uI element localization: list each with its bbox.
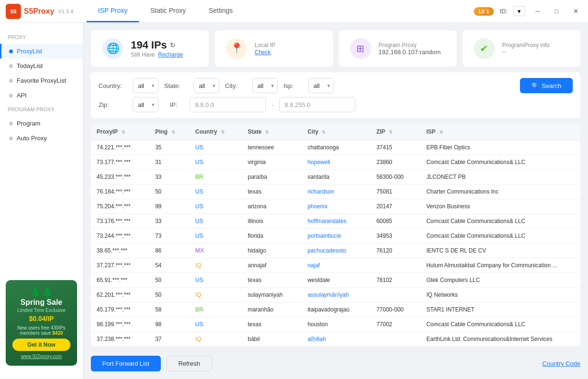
- table-row[interactable]: 73.176.***.*** 33 US illinois hoffmanest…: [91, 214, 580, 229]
- cell-proxyip: 98.199.***.***: [91, 317, 149, 332]
- table-row[interactable]: 74.221.***.*** 35 US tennessee chattanoo…: [91, 140, 580, 155]
- sidebar-dot-api: [9, 94, 13, 97]
- ip-icon: 🌐: [102, 38, 123, 59]
- programproxy-info-value: --: [502, 49, 569, 55]
- th-city[interactable]: City ⇅: [302, 124, 371, 140]
- zip-select[interactable]: all: [133, 97, 158, 112]
- cell-state: bābil: [242, 332, 302, 347]
- cell-isp: Hulum Almustakbal Company for Communicat…: [421, 258, 580, 273]
- cell-ping: 86: [149, 243, 189, 258]
- cell-city: westdale: [302, 273, 371, 288]
- table-row[interactable]: 75.204.***.*** 99 US arizona phoenix 201…: [91, 199, 580, 214]
- cell-country: BR: [190, 302, 242, 317]
- sidebar-item-proxylist[interactable]: ProxyList: [0, 44, 83, 58]
- sidebar: Proxy ProxyList TodayList Favorite Proxy…: [0, 23, 83, 379]
- tab-static-proxy[interactable]: Static Proxy: [139, 0, 197, 22]
- cell-state: hidalgo: [242, 243, 302, 258]
- country-code-link[interactable]: Country Code: [542, 360, 580, 367]
- cell-zip: 78102: [371, 273, 421, 288]
- table-row[interactable]: 76.184.***.*** 50 US texas richardson 75…: [91, 185, 580, 199]
- ip-to-input[interactable]: [279, 97, 355, 112]
- recharge-link[interactable]: Recharge: [158, 51, 183, 58]
- cell-country: BR: [190, 170, 242, 185]
- table-row[interactable]: 37.237.***.*** 54 IQ annajaf najaf Hulum…: [91, 258, 580, 273]
- th-state[interactable]: State ⇅: [242, 124, 302, 140]
- cell-state: texas: [242, 273, 302, 288]
- table-header-row: ProxyIP ⇅ Ping ⇅ Country ⇅ State ⇅ City …: [91, 124, 580, 140]
- th-proxyip[interactable]: ProxyIP ⇅: [91, 124, 149, 140]
- maximize-button[interactable]: □: [550, 5, 563, 18]
- cell-zip: 77002: [371, 317, 421, 332]
- still-have-label: Still Have Recharge: [131, 51, 197, 58]
- cell-city: richardson: [302, 185, 371, 199]
- tab-isp-proxy[interactable]: ISP Proxy: [87, 0, 139, 22]
- city-label: City:: [225, 82, 246, 89]
- table-row[interactable]: 73.177.***.*** 31 US virginia hopewell 2…: [91, 155, 580, 170]
- level-badge: LV 1: [474, 7, 494, 16]
- table-row[interactable]: 65.91.***.*** 50 US texas westdale 78102…: [91, 273, 580, 288]
- sort-isp: ⇅: [439, 129, 443, 135]
- sidebar-item-todaylist[interactable]: TodayList: [0, 58, 83, 73]
- city-select[interactable]: all: [252, 78, 278, 93]
- isp-select[interactable]: all: [308, 78, 334, 93]
- id-label: ID:: [500, 8, 508, 15]
- th-country[interactable]: Country ⇅: [190, 124, 242, 140]
- close-button[interactable]: ✕: [569, 5, 582, 18]
- sidebar-item-api[interactable]: API: [0, 88, 83, 103]
- ip-stat-info: 194 IPs ↻ Still Have Recharge: [131, 39, 197, 58]
- filters-panel: Country: all State: all City: all: [91, 72, 580, 118]
- table-row[interactable]: 73.244.***.*** 73 US florida portsaintlu…: [91, 229, 580, 243]
- program-proxy-value: 192.168.0.107:random: [379, 49, 445, 56]
- country-select-wrap: all: [133, 78, 158, 93]
- table-row[interactable]: 37.238.***.*** 37 IQ bābil alḥillah Eart…: [91, 332, 580, 347]
- isp-select-wrap: all: [308, 78, 334, 93]
- th-ping[interactable]: Ping ⇅: [149, 124, 189, 140]
- check-link[interactable]: Check: [255, 49, 271, 56]
- sidebar-item-program[interactable]: Program: [0, 116, 83, 131]
- cell-proxyip: 65.91.***.***: [91, 273, 149, 288]
- table-row[interactable]: 38.65.***.*** 86 MX hidalgo pachucadesot…: [91, 243, 580, 258]
- table-row[interactable]: 98.199.***.*** 98 US texas houston 77002…: [91, 317, 580, 332]
- country-select[interactable]: all: [133, 78, 158, 93]
- cell-country: IQ: [190, 288, 242, 302]
- sort-ping: ⇅: [171, 129, 175, 135]
- id-dropdown[interactable]: ▾: [513, 6, 525, 16]
- cell-zip: [371, 332, 421, 347]
- table-container: ProxyIP ⇅ Ping ⇅ Country ⇅ State ⇅ City …: [91, 124, 580, 346]
- cell-city: najaf: [302, 258, 371, 273]
- ip-dash: -: [272, 101, 274, 108]
- cell-city: santarita: [302, 170, 371, 185]
- tab-settings[interactable]: Settings: [197, 0, 245, 22]
- refresh-button[interactable]: Refresh: [167, 356, 212, 371]
- cell-zip: 37415: [371, 140, 421, 155]
- sidebar-item-favoriteproxylist[interactable]: Favorite ProxyList: [0, 73, 83, 88]
- table-row[interactable]: 62.201.***.*** 50 IQ sulaymaniyah assula…: [91, 288, 580, 302]
- table-row[interactable]: 45.179.***.*** 58 BR maranhão itaipavado…: [91, 302, 580, 317]
- bottom-left: Port Forward List Refresh: [91, 356, 212, 371]
- spring-sale-link[interactable]: www.922proxy.com: [12, 354, 70, 359]
- minimize-button[interactable]: ─: [531, 5, 544, 18]
- program-proxy-label: Program Proxy: [379, 42, 445, 49]
- search-button[interactable]: 🔍 Search: [520, 78, 573, 93]
- cell-proxyip: 37.238.***.***: [91, 332, 149, 347]
- sidebar-item-autoproxy[interactable]: Auto Proxy: [0, 131, 83, 146]
- table-scroll[interactable]: ProxyIP ⇅ Ping ⇅ Country ⇅ State ⇅ City …: [91, 124, 580, 346]
- spring-sale-savings: $420: [52, 330, 63, 336]
- logo-text: S5Proxy: [24, 7, 54, 16]
- programproxy-info: ProgramProxy info --: [502, 42, 569, 55]
- ip-refresh-icon[interactable]: ↻: [170, 41, 176, 49]
- state-select[interactable]: all: [194, 78, 219, 93]
- ip-from-input[interactable]: [190, 97, 266, 112]
- th-isp[interactable]: ISP ⇅: [421, 124, 580, 140]
- filter-row-1: Country: all State: all City: all: [98, 78, 573, 93]
- cell-zip: 76120: [371, 243, 421, 258]
- cell-city: portsaintlucie: [302, 229, 371, 243]
- th-zip[interactable]: ZIP ⇅: [371, 124, 421, 140]
- spring-sale-desc-line1: New users free 430IPs: [17, 325, 65, 330]
- port-forward-button[interactable]: Port Forward List: [91, 356, 161, 371]
- spring-sale-button[interactable]: Get it Now: [12, 339, 70, 351]
- cell-isp: Verizon Business: [421, 199, 580, 214]
- cell-country: US: [190, 199, 242, 214]
- table-row[interactable]: 45.233.***.*** 33 BR paraíba santarita 5…: [91, 170, 580, 185]
- titlebar: S5 S5Proxy V1.3.4 ISP Proxy Static Proxy…: [0, 0, 588, 23]
